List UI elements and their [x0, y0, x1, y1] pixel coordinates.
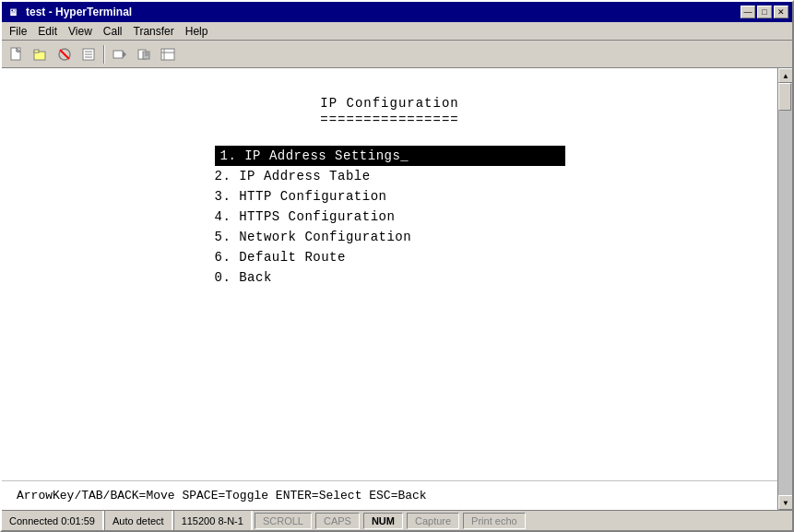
menu-bar: File Edit View Call Transfer Help	[2, 22, 792, 41]
capture-text: Capture	[415, 515, 451, 526]
app-icon: 🖥	[6, 5, 20, 19]
caps-indicator: CAPS	[315, 513, 360, 529]
transfer-icon	[160, 47, 175, 62]
send-icon	[113, 47, 127, 62]
title-bar-left: 🖥 test - HyperTerminal	[6, 5, 132, 19]
terminal-content: IP Configuration ================ 1. IP …	[11, 96, 768, 288]
menu-transfer[interactable]: Transfer	[128, 23, 180, 40]
menu-file[interactable]: File	[4, 23, 32, 40]
status-bar: Connected 0:01:59 Auto detect 115200 8-N…	[2, 510, 792, 530]
terminal-status-text: ArrowKey/TAB/BACK=Move SPACE=Toggle ENTE…	[17, 489, 427, 502]
properties-button[interactable]	[77, 43, 100, 65]
capture-button[interactable]	[133, 43, 155, 65]
terminal[interactable]: IP Configuration ================ 1. IP …	[2, 68, 777, 480]
properties-icon	[81, 47, 96, 62]
print-echo-text: Print echo	[471, 515, 517, 526]
menu-entry-4[interactable]: 4. HTTPS Configuration	[215, 207, 565, 227]
connection-text: Connected 0:01:59	[9, 515, 95, 526]
caps-text: CAPS	[324, 515, 351, 526]
toolbar-sep-1	[103, 45, 105, 64]
menu-entry-2[interactable]: 2. IP Address Table	[215, 166, 565, 186]
svg-marker-11	[123, 51, 126, 58]
open-button[interactable]	[30, 43, 52, 65]
menu-call[interactable]: Call	[98, 23, 128, 40]
capture-indicator: Capture	[407, 513, 459, 529]
menu-entry-1[interactable]: 1. IP Address Settings_	[215, 146, 565, 166]
scroll-up-button[interactable]: ▲	[778, 68, 792, 83]
menu-entry-3[interactable]: 3. HTTP Configuration	[215, 186, 565, 207]
num-indicator: NUM	[363, 513, 403, 529]
scroll-text: SCROLL	[263, 515, 303, 526]
connection-status: Connected 0:01:59	[2, 511, 104, 530]
window-title: test - HyperTerminal	[26, 6, 132, 18]
auto-detect-status: Auto detect	[104, 511, 173, 530]
menu-help[interactable]: Help	[180, 23, 214, 40]
scroll-down-button[interactable]: ▼	[778, 495, 792, 510]
menu-entry-0[interactable]: 0. Back	[215, 267, 565, 288]
open-icon	[33, 47, 48, 62]
new-button[interactable]	[6, 43, 28, 65]
disconnect-button[interactable]	[53, 43, 76, 65]
baud-text: 115200 8-N-1	[182, 515, 243, 526]
menu-entry-6[interactable]: 6. Default Route	[215, 247, 565, 267]
transfer-button[interactable]	[157, 43, 179, 65]
num-text: NUM	[372, 515, 395, 526]
toolbar	[2, 41, 792, 68]
svg-line-5	[60, 50, 69, 59]
new-icon	[9, 47, 24, 62]
terminal-underline: ================	[320, 112, 458, 127]
scroll-thumb[interactable]	[778, 83, 791, 111]
svg-rect-10	[113, 51, 123, 58]
scrollbar[interactable]: ▲ ▼	[777, 68, 792, 510]
close-button[interactable]: ✕	[774, 6, 788, 18]
scroll-indicator: SCROLL	[255, 513, 312, 529]
title-controls: — □ ✕	[741, 6, 788, 18]
svg-rect-3	[34, 50, 39, 53]
menu-view[interactable]: View	[63, 23, 98, 40]
main-window: 🖥 test - HyperTerminal — □ ✕ File Edit V…	[0, 0, 794, 532]
disconnect-icon	[57, 47, 72, 62]
print-echo-indicator: Print echo	[463, 513, 526, 529]
minimize-button[interactable]: —	[741, 6, 755, 18]
capture-icon	[136, 47, 151, 62]
menu-entry-5[interactable]: 5. Network Configuration	[215, 227, 565, 247]
title-bar: 🖥 test - HyperTerminal — □ ✕	[2, 2, 792, 22]
svg-rect-16	[161, 49, 174, 60]
terminal-status-line: ArrowKey/TAB/BACK=Move SPACE=Toggle ENTE…	[2, 480, 777, 510]
scroll-track[interactable]	[778, 83, 792, 495]
auto-detect-text: Auto detect	[113, 515, 164, 526]
terminal-title: IP Configuration	[320, 96, 458, 111]
menu-edit[interactable]: Edit	[32, 23, 63, 40]
maximize-button[interactable]: □	[757, 6, 772, 18]
content-area: IP Configuration ================ 1. IP …	[2, 68, 792, 510]
terminal-wrapper: IP Configuration ================ 1. IP …	[2, 68, 777, 510]
send-button[interactable]	[109, 43, 131, 65]
baud-status: 115200 8-N-1	[173, 511, 253, 530]
